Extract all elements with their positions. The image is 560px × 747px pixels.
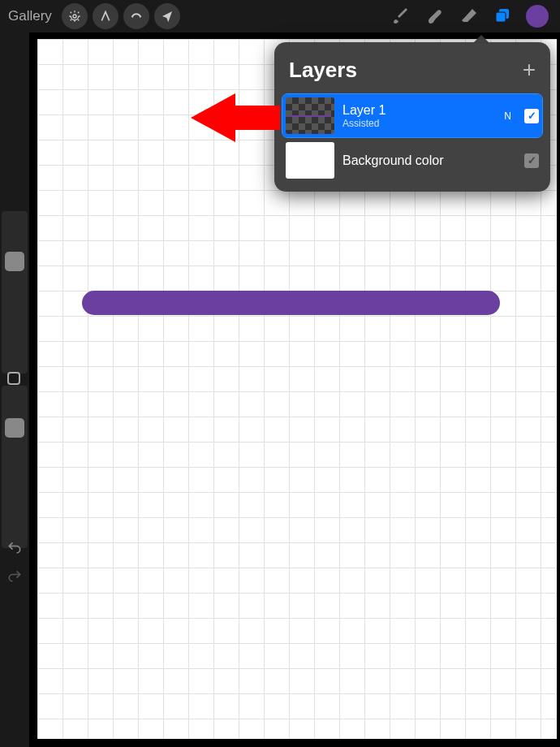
undo-icon[interactable] xyxy=(6,540,23,560)
layer-row[interactable]: Layer 1 Assisted N ✓ xyxy=(282,94,542,137)
svg-point-0 xyxy=(73,15,76,18)
selection-icon[interactable] xyxy=(123,3,149,29)
layer-visibility-checkbox[interactable]: ✓ xyxy=(524,109,539,123)
layers-panel: Layers + Layer 1 Assisted N ✓ Background… xyxy=(274,42,550,192)
smudge-icon[interactable] xyxy=(420,2,450,31)
svg-rect-2 xyxy=(496,12,506,22)
layers-panel-title: Layers xyxy=(289,58,357,83)
gallery-button[interactable]: Gallery xyxy=(8,8,52,24)
modify-button[interactable] xyxy=(7,372,20,385)
color-picker[interactable] xyxy=(523,2,552,31)
add-layer-button[interactable]: + xyxy=(523,57,536,83)
redo-icon[interactable] xyxy=(6,568,23,589)
adjustments-icon[interactable] xyxy=(93,3,118,29)
brush-opacity-slider[interactable] xyxy=(2,386,28,548)
layers-icon[interactable] xyxy=(489,2,518,31)
layer-visibility-checkbox[interactable]: ✓ xyxy=(524,153,539,168)
blend-mode-badge[interactable]: N xyxy=(504,110,511,122)
layer-subtitle-label: Assisted xyxy=(342,118,496,129)
layer-name-label: Background color xyxy=(342,153,516,168)
actions-icon[interactable] xyxy=(62,3,88,29)
brush-icon[interactable] xyxy=(386,2,416,31)
layer-thumbnail[interactable] xyxy=(286,97,334,134)
transform-icon[interactable] xyxy=(154,3,180,29)
layer-thumbnail[interactable] xyxy=(286,142,334,179)
top-toolbar: Gallery xyxy=(0,0,560,32)
drawn-stroke xyxy=(82,291,500,315)
eraser-icon[interactable] xyxy=(454,2,484,31)
side-toolbar xyxy=(0,32,29,747)
layer-row[interactable]: Background color ✓ xyxy=(282,139,542,182)
brush-size-slider[interactable] xyxy=(2,211,28,374)
layer-name-label: Layer 1 xyxy=(342,103,496,118)
